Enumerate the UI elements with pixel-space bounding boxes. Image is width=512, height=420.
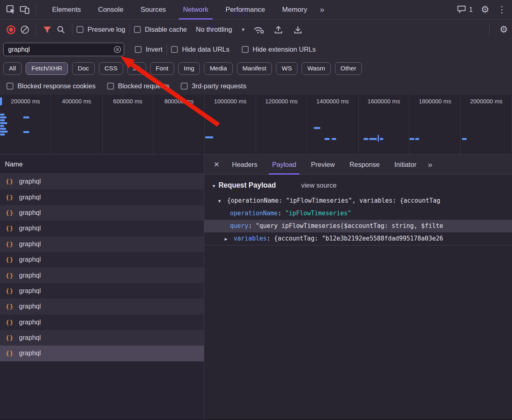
filter-chip-all[interactable]: All bbox=[3, 62, 22, 75]
option-blocked-response-cookies[interactable]: Blocked response cookies bbox=[7, 82, 96, 90]
network-conditions-icon[interactable] bbox=[252, 23, 266, 37]
tab-sources[interactable]: Sources bbox=[132, 0, 174, 20]
throttling-dropdown[interactable]: No throttling ▾ bbox=[196, 26, 245, 33]
request-payload-section-header[interactable]: ▼ Request Payload view source bbox=[204, 181, 512, 190]
divider bbox=[72, 24, 72, 35]
disable-cache-checkbox[interactable] bbox=[134, 26, 141, 33]
tab-memory[interactable]: Memory bbox=[274, 0, 315, 20]
filter-chip-js[interactable]: JS bbox=[127, 62, 146, 75]
hide-data-urls-checkbox[interactable] bbox=[171, 46, 178, 53]
filter-chip-wasm[interactable]: Wasm bbox=[302, 62, 330, 75]
inspect-element-icon[interactable] bbox=[4, 3, 18, 17]
filter-chip-fetch-xhr[interactable]: Fetch/XHR bbox=[26, 62, 68, 75]
request-row[interactable]: {}graphql bbox=[0, 346, 204, 361]
request-row[interactable]: {}graphql bbox=[0, 330, 204, 346]
timeline-request-mark bbox=[0, 125, 4, 127]
hide-data-urls-option[interactable]: Hide data URLs bbox=[171, 46, 229, 53]
request-row[interactable]: {}graphql bbox=[0, 315, 204, 330]
code-segment: query bbox=[230, 222, 248, 230]
filter-chip-manifest[interactable]: Manifest bbox=[237, 62, 272, 75]
hide-extension-urls-label: Hide extension URLs bbox=[253, 46, 316, 53]
disclosure-triangle-icon[interactable]: ▶ bbox=[225, 233, 234, 245]
payload-line[interactable]: query: "query ipFlowTimeseries($accountT… bbox=[204, 220, 512, 232]
detail-tab-preview[interactable]: Preview bbox=[304, 155, 342, 175]
request-name: graphql bbox=[19, 350, 41, 357]
tab-elements[interactable]: Elements bbox=[44, 0, 90, 20]
disable-cache-option[interactable]: Disable cache bbox=[134, 26, 187, 33]
detail-tab-initiator[interactable]: Initiator bbox=[387, 155, 424, 175]
code-segment: : bbox=[278, 210, 285, 217]
request-row[interactable]: {}graphql bbox=[0, 267, 204, 283]
close-details-icon[interactable]: ✕ bbox=[210, 158, 223, 171]
request-row[interactable]: {}graphql bbox=[0, 189, 204, 205]
invert-option[interactable]: Invert bbox=[135, 46, 162, 53]
export-har-icon[interactable] bbox=[291, 23, 305, 37]
name-column-header[interactable]: Name bbox=[0, 155, 204, 174]
filter-chip-css[interactable]: CSS bbox=[99, 62, 123, 75]
xhr-icon: {} bbox=[6, 319, 14, 326]
preserve-log-checkbox[interactable] bbox=[77, 26, 83, 33]
devtools-window: ElementsConsoleSourcesNetworkPerformance… bbox=[0, 0, 512, 420]
preserve-log-option[interactable]: Preserve log bbox=[77, 26, 125, 33]
checkbox-icon[interactable] bbox=[107, 83, 114, 90]
detail-tab-headers[interactable]: Headers bbox=[225, 155, 265, 175]
timeline-marks bbox=[0, 95, 512, 154]
issues-badge[interactable]: 1 bbox=[457, 5, 473, 15]
disclosure-triangle-icon[interactable]: ▼ bbox=[218, 195, 227, 207]
detail-tab-response[interactable]: Response bbox=[342, 155, 387, 175]
request-row[interactable]: {}graphql bbox=[0, 205, 204, 221]
extra-filter-options: Blocked response cookiesBlocked requests… bbox=[0, 77, 512, 95]
record-network-log-button[interactable] bbox=[4, 23, 18, 37]
disclosure-triangle-icon[interactable]: ▼ bbox=[212, 184, 216, 188]
search-icon[interactable] bbox=[54, 23, 68, 37]
timeline-request-mark bbox=[462, 138, 467, 140]
invert-checkbox[interactable] bbox=[135, 46, 142, 53]
request-row[interactable]: {}graphql bbox=[0, 252, 204, 267]
filter-chip-ws[interactable]: WS bbox=[276, 62, 298, 75]
filter-chip-font[interactable]: Font bbox=[150, 62, 174, 75]
hide-extension-urls-checkbox[interactable] bbox=[242, 46, 249, 53]
request-row[interactable]: {}graphql bbox=[0, 174, 204, 189]
filter-row: Invert Hide data URLs Hide extension URL… bbox=[0, 39, 512, 59]
network-toolbar: Preserve log Disable cache No throttling… bbox=[0, 20, 512, 39]
request-row[interactable]: {}graphql bbox=[0, 299, 204, 314]
more-detail-tabs-icon[interactable]: » bbox=[424, 160, 436, 169]
divider bbox=[36, 24, 36, 35]
clear-filter-icon[interactable] bbox=[114, 46, 121, 53]
tab-performance[interactable]: Performance bbox=[217, 0, 274, 20]
filter-funnel-icon[interactable] bbox=[40, 23, 54, 37]
payload-line[interactable]: ▼{operationName: "ipFlowTimeseries", var… bbox=[204, 195, 512, 207]
device-toolbar-icon[interactable] bbox=[18, 3, 32, 17]
more-panels-icon[interactable]: » bbox=[316, 5, 328, 14]
checkbox-icon[interactable] bbox=[7, 83, 13, 90]
timeline-request-mark bbox=[332, 138, 336, 140]
filter-chip-other[interactable]: Other bbox=[335, 62, 362, 75]
filter-chip-img[interactable]: Img bbox=[178, 62, 200, 75]
timeline-request-mark bbox=[0, 116, 7, 118]
network-settings-gear-icon[interactable]: ⚙ bbox=[499, 25, 508, 34]
kebab-menu-icon[interactable]: ⋮ bbox=[497, 5, 506, 14]
detail-tab-payload[interactable]: Payload bbox=[265, 155, 304, 175]
option-3rd-party-requests[interactable]: 3rd-party requests bbox=[181, 82, 246, 90]
clear-network-log-button[interactable] bbox=[18, 23, 32, 37]
hide-extension-urls-option[interactable]: Hide extension URLs bbox=[242, 46, 316, 53]
payload-line[interactable]: ▶variables: {accountTag: "b12e3b2192ee55… bbox=[204, 232, 512, 245]
tab-network[interactable]: Network bbox=[175, 0, 217, 20]
import-har-icon[interactable] bbox=[271, 23, 285, 37]
request-name: graphql bbox=[19, 225, 41, 232]
devtools-tab-bar: ElementsConsoleSourcesNetworkPerformance… bbox=[0, 0, 512, 20]
view-source-link[interactable]: view source bbox=[301, 182, 337, 189]
option-blocked-requests[interactable]: Blocked requests bbox=[107, 82, 170, 90]
filter-chip-media[interactable]: Media bbox=[204, 62, 232, 75]
timeline-request-mark bbox=[0, 97, 2, 105]
checkbox-icon[interactable] bbox=[181, 83, 188, 90]
request-row[interactable]: {}graphql bbox=[0, 221, 204, 236]
filter-chip-doc[interactable]: Doc bbox=[72, 62, 95, 75]
settings-gear-icon[interactable]: ⚙ bbox=[481, 5, 489, 14]
tab-console[interactable]: Console bbox=[90, 0, 132, 20]
network-overview-timeline[interactable]: 200000 ms400000 ms600000 ms800000 ms1000… bbox=[0, 95, 512, 155]
filter-input[interactable] bbox=[3, 43, 124, 56]
payload-line[interactable]: operationName: "ipFlowTimeseries" bbox=[204, 207, 512, 220]
request-row[interactable]: {}graphql bbox=[0, 283, 204, 299]
request-row[interactable]: {}graphql bbox=[0, 236, 204, 252]
